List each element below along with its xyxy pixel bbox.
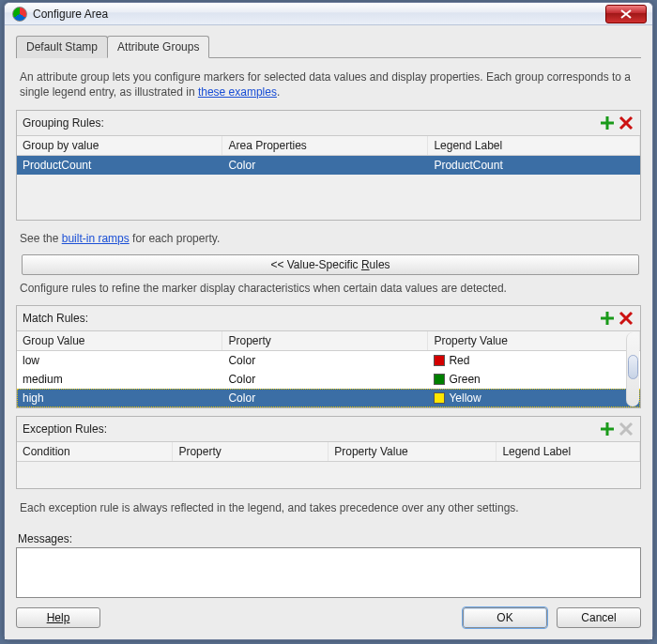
col-exc-property-value[interactable]: Property Value bbox=[328, 442, 497, 462]
cell-gval[interactable]: medium bbox=[17, 370, 222, 389]
exception-empty-area bbox=[17, 462, 640, 488]
match-rules-title: Match Rules: bbox=[23, 312, 597, 325]
ramps-text: See the built-in ramps for each property… bbox=[20, 232, 637, 245]
exception-rules-section: Exception Rules: Condition Property Prop… bbox=[16, 416, 641, 489]
app-icon bbox=[12, 7, 27, 22]
tab-bar: Default Stamp Attribute Groups bbox=[16, 35, 641, 58]
col-exc-property[interactable]: Property bbox=[173, 442, 328, 462]
ramps-post: for each property. bbox=[130, 232, 221, 245]
messages-box[interactable] bbox=[16, 547, 641, 598]
color-swatch bbox=[434, 355, 445, 366]
intro-text-a: An attribute group lets you configure ma… bbox=[20, 70, 631, 99]
exception-table[interactable]: Condition Property Property Value Legend… bbox=[17, 442, 640, 462]
match-remove-button[interactable] bbox=[618, 310, 634, 327]
intro-text-b: . bbox=[277, 85, 280, 99]
match-row[interactable]: medium Color Green bbox=[17, 370, 640, 389]
match-table[interactable]: Group Value Property Property Value low … bbox=[17, 331, 640, 407]
grouping-rules-header: Grouping Rules: bbox=[17, 111, 640, 136]
plus-icon bbox=[600, 311, 615, 326]
cell-pval[interactable]: Red bbox=[428, 350, 640, 370]
grouping-empty-area bbox=[17, 175, 640, 220]
pval-text: Green bbox=[449, 373, 480, 386]
tab-attribute-groups[interactable]: Attribute Groups bbox=[107, 36, 209, 58]
cell-prop[interactable]: Color bbox=[222, 370, 428, 389]
col-property[interactable]: Property bbox=[222, 331, 428, 351]
ramps-link[interactable]: built-in ramps bbox=[62, 232, 130, 245]
window-title: Configure Area bbox=[33, 8, 605, 21]
pval-text: Red bbox=[449, 354, 469, 367]
vsr-ul: R bbox=[361, 258, 370, 271]
col-group-value[interactable]: Group Value bbox=[17, 331, 222, 351]
cell-gval[interactable]: low bbox=[17, 350, 222, 370]
titlebar[interactable]: Configure Area bbox=[5, 3, 652, 25]
color-swatch bbox=[434, 374, 445, 385]
grouping-table[interactable]: Group by value Area Properties Legend La… bbox=[17, 136, 640, 175]
x-icon bbox=[619, 422, 634, 437]
exception-remove-button bbox=[618, 421, 634, 437]
exception-desc: Each exception rule is always reflected … bbox=[20, 500, 637, 515]
tab-default-stamp[interactable]: Default Stamp bbox=[16, 36, 108, 58]
cell-pval[interactable]: Green bbox=[428, 370, 640, 389]
help-button[interactable]: Help bbox=[16, 607, 100, 628]
match-row[interactable]: low Color Red bbox=[17, 350, 640, 370]
match-add-button[interactable] bbox=[599, 310, 616, 327]
match-rules-section: Match Rules: Group Value Property Proper… bbox=[16, 305, 641, 408]
exception-rules-header: Exception Rules: bbox=[17, 417, 640, 442]
ramps-pre: See the bbox=[20, 232, 62, 245]
cell-gval[interactable]: high bbox=[17, 389, 222, 407]
cell-prop[interactable]: Color bbox=[222, 350, 428, 370]
close-button[interactable] bbox=[605, 5, 647, 23]
match-scrollbar[interactable] bbox=[626, 332, 639, 406]
examples-link[interactable]: these examples bbox=[198, 85, 277, 99]
scroll-thumb[interactable] bbox=[628, 355, 638, 379]
grouping-rules-title: Grouping Rules: bbox=[23, 116, 597, 130]
close-icon bbox=[620, 9, 632, 19]
col-property-value[interactable]: Property Value bbox=[428, 331, 640, 351]
col-group-by[interactable]: Group by value bbox=[17, 136, 222, 156]
x-icon bbox=[619, 115, 634, 130]
match-row[interactable]: high Color Yellow bbox=[17, 389, 640, 407]
exception-table-wrap: Condition Property Property Value Legend… bbox=[17, 442, 640, 488]
cell-area-props[interactable]: Color bbox=[222, 155, 428, 175]
grouping-table-wrap: Group by value Area Properties Legend La… bbox=[17, 136, 640, 220]
grouping-rules-section: Grouping Rules: Group by value Area Prop… bbox=[16, 110, 641, 221]
intro-text: An attribute group lets you configure ma… bbox=[20, 69, 637, 100]
col-legend-label[interactable]: Legend Label bbox=[428, 136, 640, 156]
exception-rules-title: Exception Rules: bbox=[23, 422, 597, 436]
dialog-footer: Help OK Cancel bbox=[16, 598, 641, 628]
plus-icon bbox=[600, 115, 615, 130]
dialog-window: Configure Area Default Stamp Attribute G… bbox=[4, 2, 653, 640]
grouping-remove-button[interactable] bbox=[618, 115, 634, 131]
col-area-properties[interactable]: Area Properties bbox=[222, 136, 428, 156]
vsr-prefix: << Value-Specific bbox=[270, 258, 361, 271]
cancel-button[interactable]: Cancel bbox=[557, 607, 641, 628]
help-label: Help bbox=[47, 611, 70, 624]
value-specific-rules-button[interactable]: << Value-Specific Rules bbox=[22, 254, 639, 275]
plus-icon bbox=[600, 422, 615, 437]
dialog-body: Default Stamp Attribute Groups An attrib… bbox=[5, 25, 652, 639]
exception-add-button[interactable] bbox=[599, 421, 616, 437]
vsr-desc: Configure rules to refine the marker dis… bbox=[20, 281, 637, 296]
col-exc-legend[interactable]: Legend Label bbox=[497, 442, 640, 462]
match-table-wrap: Group Value Property Property Value low … bbox=[17, 331, 640, 407]
cell-prop[interactable]: Color bbox=[222, 389, 428, 407]
grouping-row[interactable]: ProductCount Color ProductCount bbox=[17, 155, 640, 175]
grouping-add-button[interactable] bbox=[599, 115, 616, 131]
cell-group-by[interactable]: ProductCount bbox=[17, 155, 222, 175]
color-swatch bbox=[434, 392, 445, 404]
ok-button[interactable]: OK bbox=[463, 607, 547, 628]
x-icon bbox=[619, 311, 634, 326]
messages-label: Messages: bbox=[18, 532, 641, 545]
pval-text: Yellow bbox=[449, 391, 481, 405]
cell-legend[interactable]: ProductCount bbox=[428, 155, 640, 175]
match-rules-header: Match Rules: bbox=[17, 306, 640, 331]
cell-pval[interactable]: Yellow bbox=[428, 389, 640, 407]
vsr-suffix: ules bbox=[370, 258, 390, 271]
col-condition[interactable]: Condition bbox=[17, 442, 173, 462]
